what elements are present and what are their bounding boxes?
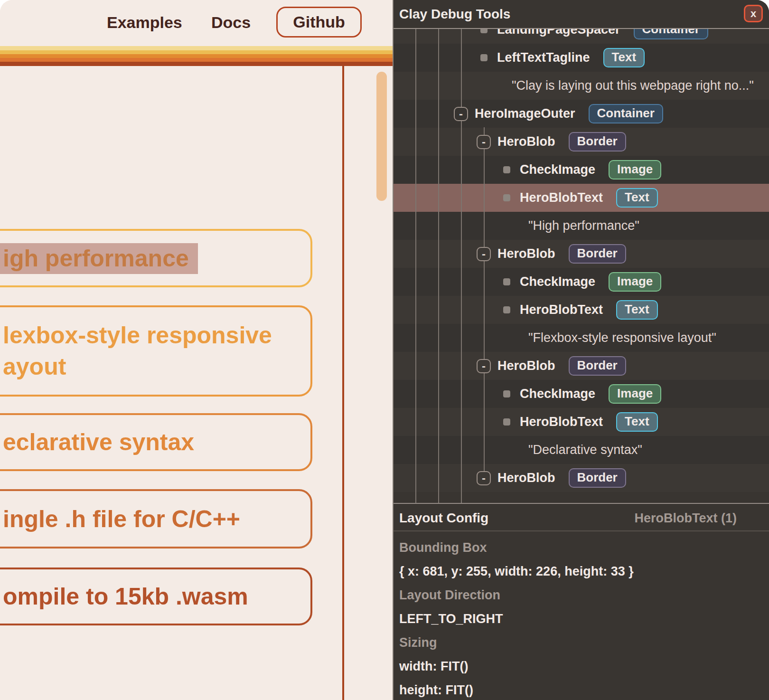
- leaf-bullet-icon: [503, 390, 510, 397]
- app-window: Examples Docs Github igh performancelexb…: [0, 0, 769, 700]
- text-content-preview: "Clay is laying out this webpage right n…: [512, 78, 754, 93]
- element-tree: LandingPageSpacerContainerLeftTextTaglin…: [393, 16, 769, 492]
- tree-row-text-preview[interactable]: "Declarative syntax": [393, 436, 769, 464]
- feature-card: ompile to 15kb .wasm: [0, 568, 312, 625]
- feature-card-text: ingle .h file for C/C++: [0, 503, 310, 535]
- layout-config-header: Layout Config HeroBlobText (1): [393, 504, 769, 531]
- layout-config-body: Bounding Box{ x: 681, y: 255, width: 226…: [399, 536, 760, 700]
- tree-node-name: HeroBlobText: [520, 303, 603, 317]
- tree-node-name: HeroBlob: [497, 134, 555, 149]
- clay-debug-panel: LandingPageSpacerContainerLeftTextTaglin…: [393, 0, 769, 700]
- feature-card: eclarative syntax: [0, 413, 312, 471]
- tree-row-HeroBlobText[interactable]: HeroBlobTextText: [393, 296, 769, 324]
- feature-card-text: eclarative syntax: [0, 426, 310, 458]
- tree-row-LeftTextTagline[interactable]: LeftTextTaglineText: [393, 44, 769, 72]
- tree-node-name: HeroImageOuter: [475, 106, 575, 121]
- selected-element-ref: HeroBlobText (1): [634, 511, 737, 526]
- config-field-label: Bounding Box: [399, 536, 760, 559]
- stripe-band: [0, 46, 393, 50]
- tree-row-CheckImage[interactable]: CheckImageImage: [393, 268, 769, 296]
- tree-node-name: CheckImage: [520, 387, 595, 401]
- stripe-band: [0, 58, 393, 62]
- debug-panel-title: Clay Debug Tools: [399, 7, 510, 22]
- text-content-preview: "High performance": [528, 218, 639, 233]
- page-scrollbar-thumb[interactable]: [376, 72, 387, 201]
- tree-indent-guide: [438, 29, 439, 503]
- collapse-toggle-icon[interactable]: -: [477, 247, 491, 261]
- debug-panel-header: Clay Debug Tools: [393, 0, 769, 29]
- layout-config-title: Layout Config: [399, 511, 488, 526]
- tree-node-name: CheckImage: [520, 162, 595, 177]
- feature-card-text: lexbox-style responsiveayout: [0, 320, 310, 382]
- tree-row-text-preview[interactable]: "Clay is laying out this webpage right n…: [393, 72, 769, 100]
- tree-node-name: CheckImage: [520, 274, 595, 289]
- element-type-badge: Image: [609, 272, 661, 292]
- collapse-toggle-icon[interactable]: -: [454, 107, 468, 121]
- element-type-badge: Image: [609, 384, 661, 404]
- tree-row-text-preview[interactable]: "Flexbox-style responsive layout": [393, 324, 769, 352]
- tree-row-CheckImage[interactable]: CheckImageImage: [393, 380, 769, 408]
- config-field-value: width: FIT(): [399, 654, 760, 678]
- stripe-band: [0, 54, 393, 58]
- stripe-band: [0, 50, 393, 54]
- tree-indent-guide: [484, 127, 485, 481]
- tree-row-HeroBlobText[interactable]: HeroBlobTextText: [393, 184, 769, 212]
- tree-node-name: LeftTextTagline: [497, 50, 590, 65]
- page-column-divider: [342, 66, 344, 700]
- nav-link-docs[interactable]: Docs: [211, 13, 251, 32]
- element-type-badge: Border: [569, 244, 626, 264]
- element-type-badge: Border: [569, 132, 626, 151]
- tree-indent-guide: [415, 29, 416, 503]
- webpage-preview: Examples Docs Github igh performancelexb…: [0, 0, 393, 700]
- github-button[interactable]: Github: [276, 7, 362, 38]
- tree-node-name: HeroBlobText: [520, 415, 603, 429]
- collapse-toggle-icon[interactable]: -: [477, 359, 491, 373]
- tree-indent-guide: [461, 29, 462, 503]
- leaf-bullet-icon: [503, 418, 510, 426]
- leaf-bullet-icon: [503, 194, 510, 201]
- feature-card: ingle .h file for C/C++: [0, 489, 312, 549]
- tree-row-HeroBlob[interactable]: -HeroBlobBorder: [393, 240, 769, 268]
- tree-row-HeroImageOuter[interactable]: -HeroImageOuterContainer: [393, 100, 769, 128]
- feature-card-text: ompile to 15kb .wasm: [0, 581, 310, 612]
- close-button[interactable]: x: [744, 5, 763, 22]
- decorative-stripes: [0, 46, 393, 66]
- leaf-bullet-icon: [503, 166, 510, 173]
- feature-card: lexbox-style responsiveayout: [0, 305, 312, 397]
- element-type-badge: Text: [616, 412, 658, 432]
- config-field-value: height: FIT(): [399, 678, 760, 700]
- tree-row-HeroBlob[interactable]: -HeroBlobBorder: [393, 128, 769, 156]
- tree-node-name: HeroBlob: [497, 359, 555, 373]
- feature-card: igh performance: [0, 229, 312, 287]
- config-field-value: LEFT_TO_RIGHT: [399, 607, 760, 631]
- config-field-value: { x: 681, y: 255, width: 226, height: 33…: [399, 559, 760, 583]
- tree-node-name: HeroBlob: [497, 471, 555, 485]
- panel-left-edge: [393, 0, 394, 700]
- element-type-badge: Text: [616, 300, 658, 320]
- collapse-toggle-icon[interactable]: -: [477, 135, 491, 149]
- element-type-badge: Border: [569, 468, 626, 488]
- element-type-badge: Image: [609, 160, 661, 180]
- text-content-preview: "Flexbox-style responsive layout": [528, 331, 716, 345]
- collapse-toggle-icon[interactable]: -: [477, 471, 491, 485]
- tree-row-HeroBlob[interactable]: -HeroBlobBorder: [393, 352, 769, 380]
- stripe-band: [0, 62, 393, 66]
- tree-row-HeroBlob[interactable]: -HeroBlobBorder: [393, 464, 769, 492]
- nav-link-examples[interactable]: Examples: [107, 13, 182, 32]
- config-field-label: Layout Direction: [399, 583, 760, 607]
- config-field-label: Sizing: [399, 631, 760, 654]
- tree-row-CheckImage[interactable]: CheckImageImage: [393, 156, 769, 184]
- tree-node-name: HeroBlobText: [520, 190, 603, 205]
- leaf-bullet-icon: [480, 54, 488, 61]
- element-type-badge: Container: [589, 104, 663, 123]
- leaf-bullet-icon: [503, 306, 510, 313]
- element-type-badge: Text: [616, 188, 658, 208]
- element-type-badge: Border: [569, 356, 626, 376]
- tree-row-text-preview[interactable]: "High performance": [393, 212, 769, 240]
- text-content-preview: "Declarative syntax": [528, 443, 642, 457]
- tree-node-name: HeroBlob: [497, 246, 555, 261]
- leaf-bullet-icon: [503, 278, 510, 285]
- element-type-badge: Text: [603, 48, 645, 67]
- tree-row-HeroBlobText[interactable]: HeroBlobTextText: [393, 408, 769, 436]
- feature-card-text: igh performance: [0, 243, 310, 274]
